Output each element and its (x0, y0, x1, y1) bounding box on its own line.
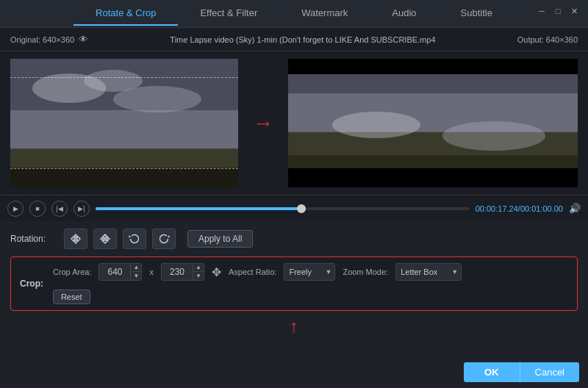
output-size-label: Output: 640×360 (517, 35, 578, 44)
video-preview-right (288, 59, 578, 187)
svg-point-13 (332, 112, 420, 138)
crop-width-input-wrapper: ▲ ▼ (98, 263, 142, 281)
move-icon[interactable]: ✥ (212, 265, 221, 279)
progress-thumb[interactable] (297, 204, 306, 213)
tab-audio[interactable]: Audio (370, 1, 438, 26)
crop-overlay (10, 77, 238, 169)
stop-button[interactable]: ■ (29, 201, 46, 217)
crop-height-up[interactable]: ▲ (193, 264, 204, 272)
svg-rect-12 (288, 168, 578, 187)
arrow-right-icon: → (253, 112, 273, 135)
crop-inner: Crop Area: ▲ ▼ x ▲ ▼ ✥ Asp (53, 263, 568, 304)
up-arrow-icon: ↑ (290, 316, 298, 337)
svg-rect-11 (288, 155, 578, 168)
crop-height-input[interactable] (162, 264, 193, 280)
sky-image-right (288, 59, 578, 187)
timeline-bar: ▶ ■ |◀ ▶| 00:00:17.24/00:01:00.00 🔊 (0, 195, 588, 221)
controls-area: Rotation: Apply to All Crop: (0, 221, 588, 315)
svg-point-14 (442, 121, 545, 151)
info-bar: Original: 640×360 👁 Time Lapse video (Sk… (0, 28, 588, 51)
crop-width-spinners: ▲ ▼ (130, 264, 141, 280)
zoom-mode-label: Zoom Mode: (343, 267, 388, 276)
window-controls: ─ □ ✕ (537, 6, 579, 16)
crop-height-down[interactable]: ▼ (193, 272, 204, 280)
crop-area-label: Crop Area: (53, 267, 92, 276)
video-preview-left (10, 59, 238, 187)
crop-row-top: Crop Area: ▲ ▼ x ▲ ▼ ✥ Asp (53, 263, 568, 281)
zoom-mode-wrapper: Letter Box Pan & Scan Full ▼ (395, 263, 462, 281)
crop-width-down[interactable]: ▼ (131, 272, 141, 280)
crop-height-input-wrapper: ▲ ▼ (161, 263, 204, 281)
apply-to-all-button[interactable]: Apply to All (187, 230, 253, 248)
svg-rect-7 (288, 59, 578, 74)
tab-watermark[interactable]: Watermark (279, 1, 370, 26)
crop-width-input[interactable] (99, 264, 130, 280)
sky-image-left (10, 59, 238, 187)
flip-vertical-button[interactable] (93, 229, 117, 249)
crop-height-spinners: ▲ ▼ (193, 264, 204, 280)
prev-frame-button[interactable]: |◀ (51, 201, 68, 217)
svg-rect-3 (10, 168, 238, 187)
maximize-button[interactable]: □ (553, 6, 563, 16)
aspect-ratio-select[interactable]: Freely 16:9 4:3 1:1 (284, 263, 335, 281)
rotate-right-button[interactable] (152, 229, 176, 249)
crop-width-up[interactable]: ▲ (131, 264, 141, 272)
play-button[interactable]: ▶ (7, 201, 24, 217)
current-time: 00:00:17.24/00:01:00.00 (476, 204, 563, 213)
aspect-ratio-label: Aspect Ratio: (229, 267, 276, 276)
progress-fill (96, 207, 301, 210)
arrow-indicator: ↑ (0, 315, 588, 337)
minimize-button[interactable]: ─ (537, 6, 547, 16)
close-button[interactable]: ✕ (569, 6, 579, 16)
svg-rect-9 (288, 93, 578, 132)
x-separator: x (149, 267, 154, 276)
eye-icon[interactable]: 👁 (79, 34, 88, 45)
tabs-bar: Rotate & Crop Effect & Filter Watermark … (0, 0, 588, 28)
crop-row: Crop: Crop Area: ▲ ▼ x ▲ ▼ (10, 256, 578, 311)
aspect-ratio-wrapper: Freely 16:9 4:3 1:1 ▼ (284, 263, 335, 281)
progress-bar[interactable] (96, 207, 470, 210)
cancel-button[interactable]: Cancel (520, 362, 579, 382)
zoom-mode-select[interactable]: Letter Box Pan & Scan Full (395, 263, 462, 281)
tab-subtitle[interactable]: Subtitle (439, 1, 514, 26)
crop-label: Crop: (20, 279, 44, 289)
tab-effect-filter[interactable]: Effect & Filter (178, 1, 279, 26)
video-area: → (0, 51, 588, 195)
original-size-label: Original: 640×360 (10, 35, 74, 44)
rotation-row: Rotation: Apply to All (10, 229, 578, 249)
next-frame-button[interactable]: ▶| (74, 201, 90, 217)
svg-rect-8 (288, 74, 578, 93)
tab-rotate-crop[interactable]: Rotate & Crop (74, 1, 178, 26)
ok-button[interactable]: OK (464, 362, 520, 382)
bottom-bar: OK Cancel (0, 356, 588, 388)
rotate-left-button[interactable] (123, 229, 146, 249)
reset-button[interactable]: Reset (53, 290, 90, 304)
volume-icon[interactable]: 🔊 (569, 203, 581, 214)
flip-horizontal-button[interactable] (64, 229, 87, 249)
filename-label: Time Lapse video (Sky) 1-min (Don't forg… (170, 35, 435, 44)
rotation-label: Rotation: (10, 234, 58, 244)
